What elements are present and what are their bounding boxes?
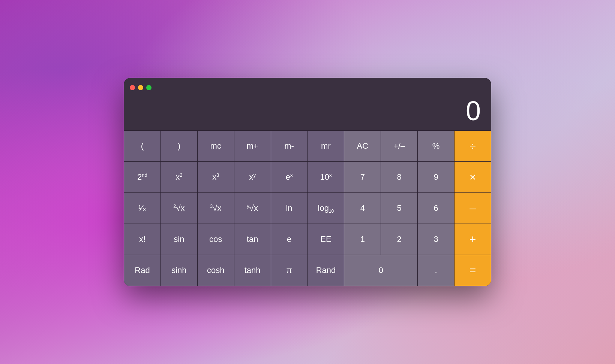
equals-label: =: [470, 264, 476, 277]
ee-label: EE: [320, 234, 331, 244]
ee-button[interactable]: EE: [308, 224, 344, 255]
4-button[interactable]: 4: [344, 193, 381, 224]
mc-button[interactable]: mc: [198, 131, 234, 161]
title-bar: [124, 78, 491, 97]
open-paren-label: (: [141, 141, 144, 151]
x3-label: x3: [212, 172, 219, 182]
9-button[interactable]: 9: [418, 162, 454, 192]
multiply-button[interactable]: ×: [454, 162, 491, 192]
tanh-label: tanh: [244, 266, 261, 275]
6-label: 6: [434, 203, 438, 213]
decimal-button[interactable]: .: [418, 255, 454, 286]
m-minus-label: m-: [284, 141, 294, 151]
cos-label: cos: [209, 234, 222, 244]
9-label: 9: [434, 172, 438, 182]
percent-label: %: [432, 141, 440, 151]
tan-button[interactable]: tan: [234, 224, 271, 255]
reciprocal-label: ¹⁄ₓ: [138, 203, 146, 213]
rand-label: Rand: [316, 266, 336, 275]
ln-label: ln: [286, 203, 292, 213]
close-paren-button[interactable]: ): [161, 131, 197, 161]
m-minus-button[interactable]: m-: [271, 131, 308, 161]
x2-button[interactable]: x2: [161, 162, 197, 192]
ac-button[interactable]: AC: [344, 131, 381, 161]
sqrt3-button[interactable]: 3√x: [198, 193, 234, 224]
sqrty-label: y√x: [247, 203, 258, 213]
factorial-button[interactable]: x!: [124, 224, 160, 255]
calculator-window: 0 ( ) mc m+ m- mr AC +/– % ÷ 2nd x2 x3 x…: [124, 78, 491, 286]
reciprocal-button[interactable]: ¹⁄ₓ: [124, 193, 160, 224]
ex-label: ex: [286, 172, 293, 182]
2-button[interactable]: 2: [381, 224, 417, 255]
e-button[interactable]: e: [271, 224, 308, 255]
add-label: +: [470, 233, 476, 246]
4-label: 4: [360, 203, 365, 213]
sin-label: sin: [174, 234, 184, 244]
2nd-label: 2nd: [137, 172, 147, 182]
5-label: 5: [397, 203, 402, 213]
sinh-label: sinh: [171, 266, 186, 275]
ln-button[interactable]: ln: [271, 193, 308, 224]
1-label: 1: [360, 234, 365, 244]
multiply-label: ×: [470, 171, 476, 183]
add-button[interactable]: +: [454, 224, 491, 255]
7-label: 7: [360, 172, 365, 182]
subtract-button[interactable]: –: [454, 193, 491, 224]
2-label: 2: [397, 234, 402, 244]
cosh-button[interactable]: cosh: [198, 255, 234, 286]
rand-button[interactable]: Rand: [308, 255, 344, 286]
log10-button[interactable]: log10: [308, 193, 344, 224]
ac-label: AC: [357, 141, 369, 151]
xy-button[interactable]: xy: [234, 162, 271, 192]
2nd-button[interactable]: 2nd: [124, 162, 160, 192]
8-button[interactable]: 8: [381, 162, 417, 192]
ex-button[interactable]: ex: [271, 162, 308, 192]
0-label: 0: [379, 266, 383, 275]
maximize-button[interactable]: [146, 85, 152, 90]
tan-label: tan: [247, 234, 258, 244]
x3-button[interactable]: x3: [198, 162, 234, 192]
m-plus-label: m+: [247, 141, 258, 151]
m-plus-button[interactable]: m+: [234, 131, 271, 161]
6-button[interactable]: 6: [418, 193, 454, 224]
cosh-label: cosh: [207, 266, 224, 275]
buttons-grid: ( ) mc m+ m- mr AC +/– % ÷ 2nd x2 x3 xy …: [124, 130, 491, 286]
10x-button[interactable]: 10x: [308, 162, 344, 192]
divide-button[interactable]: ÷: [454, 131, 491, 161]
plus-minus-label: +/–: [393, 141, 405, 151]
cos-button[interactable]: cos: [198, 224, 234, 255]
display-value: 0: [466, 97, 480, 124]
decimal-label: .: [435, 266, 437, 275]
sin-button[interactable]: sin: [161, 224, 197, 255]
sinh-button[interactable]: sinh: [161, 255, 197, 286]
10x-label: 10x: [320, 172, 332, 182]
e-label: e: [287, 234, 291, 244]
3-button[interactable]: 3: [418, 224, 454, 255]
rad-button[interactable]: Rad: [124, 255, 160, 286]
1-button[interactable]: 1: [344, 224, 381, 255]
7-button[interactable]: 7: [344, 162, 381, 192]
log10-label: log10: [318, 203, 334, 213]
mr-button[interactable]: mr: [308, 131, 344, 161]
pi-button[interactable]: π: [271, 255, 308, 286]
percent-button[interactable]: %: [418, 131, 454, 161]
xy-label: xy: [249, 172, 256, 182]
pi-label: π: [286, 266, 292, 275]
close-paren-label: ): [178, 141, 180, 151]
5-button[interactable]: 5: [381, 193, 417, 224]
sqrt2-button[interactable]: 2√x: [161, 193, 197, 224]
sqrt3-label: 3√x: [210, 203, 221, 213]
factorial-label: x!: [139, 234, 146, 244]
tanh-button[interactable]: tanh: [234, 255, 271, 286]
plus-minus-button[interactable]: +/–: [381, 131, 417, 161]
open-paren-button[interactable]: (: [124, 131, 160, 161]
minimize-button[interactable]: [138, 85, 143, 90]
x2-label: x2: [176, 172, 182, 182]
close-button[interactable]: [130, 85, 135, 90]
0-button[interactable]: 0: [344, 255, 417, 286]
mr-label: mr: [321, 141, 331, 151]
mc-label: mc: [210, 141, 221, 151]
sqrty-button[interactable]: y√x: [234, 193, 271, 224]
divide-label: ÷: [470, 140, 476, 152]
equals-button[interactable]: =: [454, 255, 491, 286]
